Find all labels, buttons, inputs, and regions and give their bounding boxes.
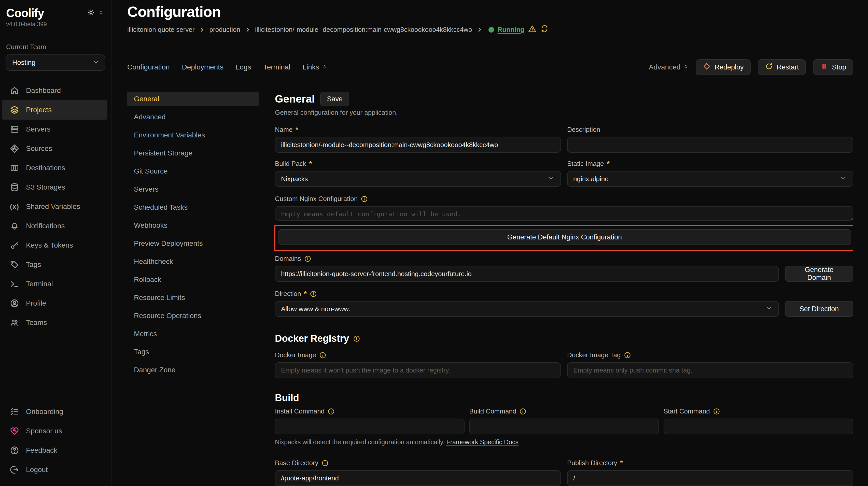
team-select[interactable]: Hosting	[6, 55, 105, 71]
generate-domain-button[interactable]: Generate Domain	[785, 266, 853, 282]
name-field[interactable]	[275, 137, 561, 153]
restart-button[interactable]: Restart	[758, 59, 806, 75]
warning-triangle-icon[interactable]	[528, 25, 536, 35]
section-subtitle: General configuration for your applicati…	[275, 109, 853, 117]
description-field[interactable]	[567, 137, 853, 153]
subnav-item-rollback[interactable]: Rollback	[127, 272, 259, 287]
restart-label: Restart	[777, 63, 799, 71]
main-content: Configuration illicitonion quote server …	[112, 0, 868, 486]
redeploy-button[interactable]: Redeploy	[696, 59, 751, 75]
sidebar-item-teams[interactable]: Teams	[2, 313, 107, 332]
docker-image-tag-field[interactable]	[567, 362, 853, 378]
info-icon[interactable]	[328, 408, 335, 415]
stop-label: Stop	[832, 63, 846, 71]
stop-button[interactable]: Stop	[813, 59, 853, 75]
base-directory-field[interactable]	[275, 470, 561, 486]
subnav-item-healthcheck[interactable]: Healthcheck	[127, 254, 259, 269]
static-image-select[interactable]: nginx:alpine	[567, 171, 853, 187]
static-image-value: nginx:alpine	[573, 175, 609, 183]
info-icon[interactable]	[361, 195, 368, 202]
sidebar-item-logout[interactable]: Logout	[2, 460, 107, 479]
profile-icon	[10, 298, 19, 308]
subnav-item-scheduled-tasks[interactable]: Scheduled Tasks	[127, 200, 259, 215]
tab-logs[interactable]: Logs	[236, 63, 251, 71]
framework-docs-link[interactable]: Framework Specific Docs	[446, 439, 518, 446]
sidebar-item-onboarding[interactable]: Onboarding	[2, 402, 107, 421]
theme-select-chevrons-icon[interactable]	[98, 9, 104, 17]
subnav-item-git-source[interactable]: Git Source	[127, 164, 259, 179]
custom-nginx-textarea[interactable]	[275, 206, 853, 221]
sidebar-item-servers[interactable]: Servers	[2, 120, 107, 139]
sidebar-item-terminal[interactable]: Terminal	[2, 274, 107, 294]
checklist-icon	[10, 407, 19, 417]
base-directory-label: Base Directory	[275, 459, 561, 467]
info-icon[interactable]	[310, 290, 317, 297]
subnav-item-environment-variables[interactable]: Environment Variables	[127, 128, 259, 142]
git-source-icon	[10, 144, 19, 154]
sidebar-item-profile[interactable]: Profile	[2, 294, 107, 313]
sidebar-item-sponsor[interactable]: Sponsor us	[2, 421, 107, 441]
info-icon[interactable]	[713, 408, 720, 415]
subnav-item-danger-zone[interactable]: Danger Zone	[127, 363, 259, 377]
save-button[interactable]: Save	[320, 92, 349, 106]
docker-image-field[interactable]	[275, 362, 561, 378]
page-title: Configuration	[127, 4, 853, 20]
sidebar-item-dashboard[interactable]: Dashboard	[2, 81, 107, 100]
sidebar-item-projects[interactable]: Projects	[2, 100, 107, 120]
subnav-item-webhooks[interactable]: Webhooks	[127, 218, 259, 233]
tab-terminal[interactable]: Terminal	[264, 63, 290, 71]
info-icon[interactable]	[624, 352, 631, 359]
build-command-field[interactable]	[469, 419, 659, 434]
breadcrumb-project[interactable]: illicitonion quote server	[127, 26, 194, 34]
tab-configuration[interactable]: Configuration	[127, 63, 170, 71]
set-direction-button[interactable]: Set Direction	[785, 301, 853, 317]
sidebar-item-sources[interactable]: Sources	[2, 139, 107, 158]
subnav-item-advanced[interactable]: Advanced	[127, 110, 259, 124]
sidebar-item-label: Sources	[26, 144, 52, 153]
generate-nginx-config-button[interactable]: Generate Default Nginx Configuration	[278, 229, 851, 245]
domains-field[interactable]	[275, 266, 779, 282]
brand-logo: Coolify	[6, 6, 44, 20]
sidebar-item-destinations[interactable]: Destinations	[2, 158, 107, 177]
advanced-dropdown[interactable]: Advanced	[649, 63, 689, 71]
sidebar-item-feedback[interactable]: Feedback	[2, 441, 107, 460]
breadcrumb-application[interactable]: illicitestonion/-module--decomposition:m…	[255, 26, 472, 34]
subnav-item-resource-limits[interactable]: Resource Limits	[127, 291, 259, 305]
subnav-item-persistent-storage[interactable]: Persistent Storage	[127, 146, 259, 160]
info-icon[interactable]	[321, 459, 329, 467]
publish-directory-field[interactable]	[567, 470, 853, 486]
install-command-field[interactable]	[275, 419, 465, 434]
sidebar-item-s3-storages[interactable]: S3 Storages	[2, 177, 107, 197]
info-icon[interactable]	[319, 352, 326, 359]
info-icon[interactable]	[353, 335, 360, 342]
sidebar-item-notifications[interactable]: Notifications	[2, 216, 107, 236]
subnav-item-resource-operations[interactable]: Resource Operations	[127, 309, 259, 323]
sidebar-item-shared-variables[interactable]: (x) Shared Variables	[2, 197, 107, 216]
info-icon[interactable]	[519, 408, 526, 415]
status-running-link[interactable]: Running	[498, 26, 524, 34]
logout-icon	[10, 465, 19, 475]
tab-links[interactable]: Links	[303, 63, 327, 71]
subnav-item-tags[interactable]: Tags	[127, 345, 259, 359]
sidebar-item-label: S3 Storages	[26, 183, 65, 191]
subnav-item-general[interactable]: General	[127, 92, 259, 106]
refresh-icon[interactable]	[540, 25, 549, 35]
build-heading: Build	[275, 392, 853, 403]
build-pack-select[interactable]: Nixpacks	[275, 171, 561, 187]
subnav-item-servers[interactable]: Servers	[127, 182, 259, 196]
sidebar-nav: Dashboard Projects Servers Sources Desti…	[0, 81, 111, 332]
info-icon[interactable]	[304, 255, 311, 262]
tab-deployments[interactable]: Deployments	[182, 63, 223, 71]
subnav-item-preview-deployments[interactable]: Preview Deployments	[127, 236, 259, 251]
direction-select[interactable]: Allow www & non-www.	[275, 301, 779, 317]
sidebar-item-tags[interactable]: Tags	[2, 255, 107, 274]
breadcrumb-environment[interactable]: production	[209, 26, 240, 34]
sidebar-item-label: Keys & Tokens	[26, 241, 73, 249]
theme-sun-icon[interactable]	[87, 9, 95, 17]
sidebar-item-label: Feedback	[26, 446, 57, 454]
sidebar-item-label: Tags	[26, 261, 41, 269]
sidebar-item-keys-tokens[interactable]: Keys & Tokens	[2, 236, 107, 255]
start-command-field[interactable]	[663, 419, 853, 434]
sidebar-item-label: Shared Variables	[26, 202, 80, 211]
subnav-item-metrics[interactable]: Metrics	[127, 327, 259, 341]
